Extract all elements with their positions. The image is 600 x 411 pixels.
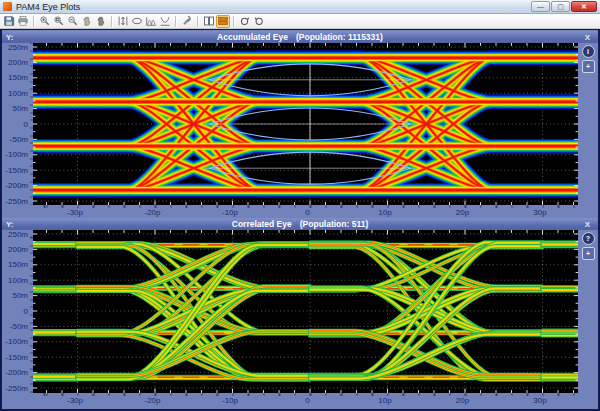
- y-tick-label: -100m: [5, 337, 28, 346]
- bathtub-curve-button[interactable]: [158, 15, 172, 28]
- figure-area: Y: Accumulated Eye(Population: 1115331) …: [0, 29, 600, 411]
- plot2-y-axis: 250m200m150m100m50m0-50m-100m-150m-200m-…: [2, 230, 33, 393]
- toolbar: [0, 14, 600, 29]
- maximize-button[interactable]: ▢: [551, 1, 570, 12]
- x-tick-label: 30p: [523, 396, 557, 405]
- circle-arrow-icon: [239, 15, 251, 27]
- x-tick-label: -20p: [136, 208, 170, 217]
- y-tick-label: -250m: [5, 384, 28, 393]
- titlebar[interactable]: PAM4 Eye Plots —▢✕: [0, 0, 600, 14]
- updown-icon: [117, 15, 129, 27]
- x-tick-label: 30p: [523, 208, 557, 217]
- toolbar-separator: [233, 16, 235, 27]
- zoom-region-icon: [53, 15, 65, 27]
- close-button[interactable]: ✕: [571, 1, 597, 12]
- settings-button[interactable]: [180, 15, 194, 28]
- y-tick-label: 50m: [12, 104, 28, 113]
- toolbar-separator: [111, 16, 113, 27]
- plot1-y-axis: 250m200m150m100m50m0-50m-100m-150m-200m-…: [2, 43, 33, 205]
- x-tick-label: -30p: [58, 396, 92, 405]
- print-icon: [17, 15, 29, 27]
- plot2-header: Y: Correlated Eye(Population: 511) X: [2, 218, 598, 230]
- pan-button[interactable]: [80, 15, 94, 28]
- plot1-add-marker-button[interactable]: +: [582, 60, 595, 73]
- plot1-title-text: Accumulated Eye: [217, 32, 288, 42]
- select-button[interactable]: [94, 15, 108, 28]
- y-tick-label: -50m: [10, 322, 28, 331]
- hist-icon: [145, 15, 157, 27]
- plot1-row: 250m200m150m100m50m0-50m-100m-150m-200m-…: [2, 43, 598, 205]
- zoom-in-button[interactable]: [38, 15, 52, 28]
- plot2-close-button[interactable]: X: [585, 220, 590, 229]
- plot1-close-button[interactable]: X: [585, 33, 590, 42]
- plot2-add-marker-button[interactable]: +: [582, 247, 595, 260]
- y-tick-label: -50m: [10, 135, 28, 144]
- y-tick-label: -200m: [5, 368, 28, 377]
- plot1-side-buttons: i+: [578, 43, 598, 205]
- y-tick-label: 150m: [8, 73, 28, 82]
- plot2-side-buttons: ?+: [578, 230, 598, 393]
- zoom-out-icon: [67, 15, 79, 27]
- zoom-region-button[interactable]: [52, 15, 66, 28]
- x-tick-label: 0: [291, 396, 325, 405]
- x-tick-label: -30p: [58, 208, 92, 217]
- x-tick-label: 20p: [446, 208, 480, 217]
- y-tick-label: 100m: [8, 276, 28, 285]
- plot1-info-button[interactable]: i: [582, 45, 595, 58]
- plot2-title-text: Correlated Eye: [232, 219, 292, 229]
- print-button[interactable]: [16, 15, 30, 28]
- plot1-population: (Population: 1115331): [296, 32, 383, 42]
- tile-rows-button[interactable]: [216, 15, 230, 28]
- y-tick-label: 0: [24, 307, 28, 316]
- refresh-left-button[interactable]: [238, 15, 252, 28]
- y-tick-label: -150m: [5, 166, 28, 175]
- window: PAM4 Eye Plots —▢✕ Y: Accumulated Eye(Po…: [0, 0, 600, 411]
- plot1-x-axis: -30p-20p-10p010p20p30p: [33, 205, 578, 218]
- y-tick-label: 200m: [8, 245, 28, 254]
- x-tick-label: 20p: [446, 396, 480, 405]
- eye-mask-button[interactable]: [130, 15, 144, 28]
- toolbar-separator: [197, 16, 199, 27]
- eye-histogram-button[interactable]: [144, 15, 158, 28]
- y-tick-label: 200m: [8, 58, 28, 67]
- refresh-right-button[interactable]: [252, 15, 266, 28]
- hand2-icon: [95, 15, 107, 27]
- save-icon: [3, 15, 15, 27]
- bathtub-icon: [159, 15, 171, 27]
- plot2-help-button[interactable]: ?: [582, 232, 595, 245]
- x-tick-label: 0: [291, 208, 325, 217]
- plot2-row: 250m200m150m100m50m0-50m-100m-150m-200m-…: [2, 230, 598, 393]
- rows-icon: [217, 15, 229, 27]
- y-tick-label: 0: [24, 120, 28, 129]
- toolbar-separator: [33, 16, 35, 27]
- correlated-eye-plot[interactable]: [33, 230, 578, 393]
- hand-icon: [81, 15, 93, 27]
- zoom-out-button[interactable]: [66, 15, 80, 28]
- columns-icon: [203, 15, 215, 27]
- vertical-markers-button[interactable]: [116, 15, 130, 28]
- y-tick-label: -150m: [5, 353, 28, 362]
- x-tick-label: -10p: [213, 208, 247, 217]
- plot2-population: (Population: 511): [300, 219, 368, 229]
- y-tick-label: 50m: [12, 291, 28, 300]
- x-tick-label: 10p: [368, 208, 402, 217]
- app-icon: [3, 2, 12, 11]
- x-tick-label: 10p: [368, 396, 402, 405]
- window-title: PAM4 Eye Plots: [16, 2, 531, 12]
- plot2-title: Correlated Eye(Population: 511): [2, 219, 598, 229]
- y-tick-label: 250m: [8, 43, 28, 52]
- x-tick-label: -20p: [136, 396, 170, 405]
- y-tick-label: -250m: [5, 197, 28, 206]
- ellipse-icon: [131, 15, 143, 27]
- window-controls: —▢✕: [531, 1, 597, 12]
- y-tick-label: 150m: [8, 260, 28, 269]
- x-tick-label: -10p: [213, 396, 247, 405]
- y-tick-label: -200m: [5, 181, 28, 190]
- plot1-title: Accumulated Eye(Population: 1115331): [2, 32, 598, 42]
- tile-columns-button[interactable]: [202, 15, 216, 28]
- accumulated-eye-plot[interactable]: [33, 43, 578, 205]
- circle-arrow-2-icon: [253, 15, 265, 27]
- save-button[interactable]: [2, 15, 16, 28]
- y-tick-label: 100m: [8, 89, 28, 98]
- minimize-button[interactable]: —: [531, 1, 550, 12]
